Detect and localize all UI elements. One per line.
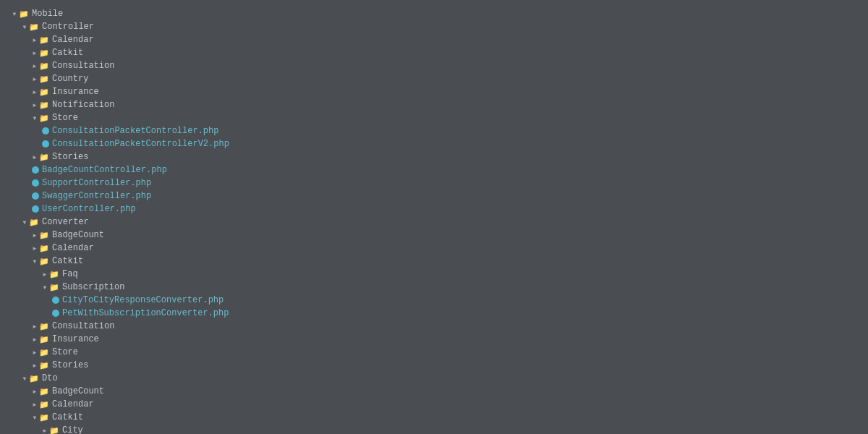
- arrow-down-icon[interactable]: ▼: [41, 284, 49, 291]
- tree-item-faq2[interactable]: ►📁Faq: [0, 268, 868, 281]
- tree-item-stories2[interactable]: ►📁Stories: [0, 359, 868, 372]
- tree-item-usercontroller[interactable]: UserController.php: [0, 203, 868, 216]
- arrow-right-icon[interactable]: ►: [30, 336, 39, 343]
- file-label[interactable]: SupportController.php: [42, 178, 151, 188]
- tree-item-consultation[interactable]: ►📁Consultation: [0, 59, 868, 72]
- tree-item-store[interactable]: ▼📁Store: [0, 111, 868, 124]
- arrow-down-icon[interactable]: ▼: [30, 258, 39, 265]
- arrow-right-icon[interactable]: ►: [30, 362, 39, 369]
- arrow-down-icon[interactable]: ▼: [20, 375, 29, 382]
- folder-label: Calendar: [52, 35, 94, 45]
- tree-item-controller[interactable]: ▼📁Controller: [0, 20, 868, 33]
- folder-label: Mobile: [32, 9, 63, 19]
- arrow-right-icon[interactable]: ►: [30, 388, 39, 395]
- folder-icon: 📁: [39, 35, 49, 45]
- tree-item-subscription2[interactable]: ▼📁Subscription: [0, 281, 868, 294]
- folder-icon: 📁: [49, 270, 59, 279]
- folder-icon: 📁: [39, 231, 49, 240]
- tree-item-calendar[interactable]: ►📁Calendar: [0, 33, 868, 46]
- tree-item-catkit2[interactable]: ▼📁Catkit: [0, 255, 868, 268]
- tree-item-city3[interactable]: ►📁City: [0, 424, 868, 434]
- file-label[interactable]: ConsultationPacketController.php: [52, 126, 218, 136]
- file-tree: ▼📁Mobile▼📁Controller►📁Calendar►📁Catkit►📁…: [0, 0, 868, 434]
- arrow-right-icon[interactable]: ►: [30, 50, 39, 56]
- file-label[interactable]: UserController.php: [42, 204, 136, 214]
- tree-item-catkit[interactable]: ►📁Catkit: [0, 46, 868, 59]
- folder-icon: 📁: [39, 387, 49, 396]
- file-dot-icon: [42, 127, 49, 135]
- folder-icon: 📁: [39, 101, 49, 110]
- tree-item-consultationpacketcontrollerv2[interactable]: ConsultationPacketControllerV2.php: [0, 137, 868, 150]
- tree-item-supportcontroller[interactable]: SupportController.php: [0, 176, 868, 190]
- tree-item-catkit3[interactable]: ▼📁Catkit: [0, 411, 868, 424]
- folder-label: Insurance: [52, 87, 99, 97]
- arrow-right-icon[interactable]: ►: [30, 102, 39, 109]
- arrow-right-icon[interactable]: ►: [30, 245, 39, 252]
- tree-item-consultationpacketcontroller[interactable]: ConsultationPacketController.php: [0, 124, 868, 137]
- tree-item-dto[interactable]: ▼📁Dto: [0, 372, 868, 385]
- arrow-right-icon[interactable]: ►: [30, 349, 39, 356]
- tree-item-calendar3[interactable]: ►📁Calendar: [0, 398, 868, 411]
- folder-icon: 📁: [29, 22, 39, 32]
- folder-label: Insurance: [52, 334, 99, 344]
- arrow-right-icon[interactable]: ►: [30, 76, 39, 82]
- folder-label: City: [62, 425, 83, 434]
- tree-item-citytocityresponseconverter[interactable]: CityToCityResponseConverter.php: [0, 294, 868, 307]
- arrow-right-icon[interactable]: ►: [30, 401, 39, 408]
- folder-label: Dto: [42, 373, 58, 383]
- folder-label: Consultation: [52, 61, 114, 71]
- tree-item-notification[interactable]: ►📁Notification: [0, 98, 868, 111]
- arrow-down-icon[interactable]: ▼: [30, 115, 39, 122]
- folder-icon: 📁: [39, 257, 49, 266]
- tree-item-converter[interactable]: ▼📁Converter: [0, 216, 868, 229]
- folder-label: Notification: [52, 100, 114, 110]
- tree-item-insurance2[interactable]: ►📁Insurance: [0, 333, 868, 346]
- folder-label: Stories: [52, 360, 88, 370]
- arrow-right-icon[interactable]: ►: [30, 232, 39, 239]
- tree-item-insurance[interactable]: ►📁Insurance: [0, 85, 868, 98]
- folder-label: Converter: [42, 217, 89, 227]
- tree-item-badgecount3[interactable]: ►📁BadgeCount: [0, 385, 868, 398]
- file-label[interactable]: PetWithSubscriptionConverter.php: [62, 308, 229, 318]
- folder-label: BadgeCount: [52, 230, 104, 240]
- file-dot-icon: [42, 140, 49, 148]
- file-label[interactable]: SwaggerController.php: [42, 191, 151, 201]
- tree-item-stories[interactable]: ►📁Stories: [0, 150, 868, 163]
- folder-icon: 📁: [39, 48, 49, 58]
- file-dot-icon: [32, 179, 39, 187]
- tree-item-consultation2[interactable]: ►📁Consultation: [0, 320, 868, 333]
- arrow-down-icon[interactable]: ▼: [10, 11, 19, 17]
- file-label[interactable]: ConsultationPacketControllerV2.php: [52, 139, 229, 149]
- tree-item-badgecountcontroller[interactable]: BadgeCountController.php: [0, 163, 868, 176]
- tree-item-badgecount2[interactable]: ►📁BadgeCount: [0, 229, 868, 242]
- arrow-right-icon[interactable]: ►: [30, 89, 39, 95]
- folder-label: BadgeCount: [52, 386, 104, 396]
- folder-label: Calendar: [52, 243, 94, 253]
- arrow-right-icon[interactable]: ►: [41, 271, 49, 278]
- arrow-down-icon[interactable]: ▼: [20, 24, 29, 30]
- folder-icon: 📁: [39, 244, 49, 253]
- arrow-right-icon[interactable]: ►: [30, 154, 39, 161]
- tree-item-country[interactable]: ►📁Country: [0, 72, 868, 85]
- folder-label: Stories: [52, 152, 88, 162]
- folder-icon: 📁: [39, 413, 49, 422]
- arrow-right-icon[interactable]: ►: [30, 63, 39, 69]
- tree-item-petwithsubscriptionconverter[interactable]: PetWithSubscriptionConverter.php: [0, 307, 868, 320]
- file-label[interactable]: BadgeCountController.php: [42, 165, 167, 175]
- arrow-down-icon[interactable]: ▼: [30, 414, 39, 421]
- arrow-right-icon[interactable]: ►: [30, 37, 39, 43]
- file-dot-icon: [32, 166, 39, 174]
- folder-label: Consultation: [52, 321, 114, 331]
- tree-item-store2[interactable]: ►📁Store: [0, 346, 868, 359]
- arrow-right-icon[interactable]: ►: [41, 427, 49, 434]
- arrow-right-icon[interactable]: ►: [30, 323, 39, 330]
- tree-item-swaggercontroller[interactable]: SwaggerController.php: [0, 190, 868, 203]
- file-label[interactable]: CityToCityResponseConverter.php: [62, 295, 224, 305]
- arrow-down-icon[interactable]: ▼: [20, 219, 29, 226]
- folder-icon: 📁: [29, 374, 39, 383]
- folder-icon: 📁: [39, 88, 49, 97]
- folder-label: Store: [52, 113, 78, 123]
- folder-icon: 📁: [39, 114, 49, 123]
- tree-item-mobile[interactable]: ▼📁Mobile: [0, 7, 868, 20]
- tree-item-calendar2[interactable]: ►📁Calendar: [0, 242, 868, 255]
